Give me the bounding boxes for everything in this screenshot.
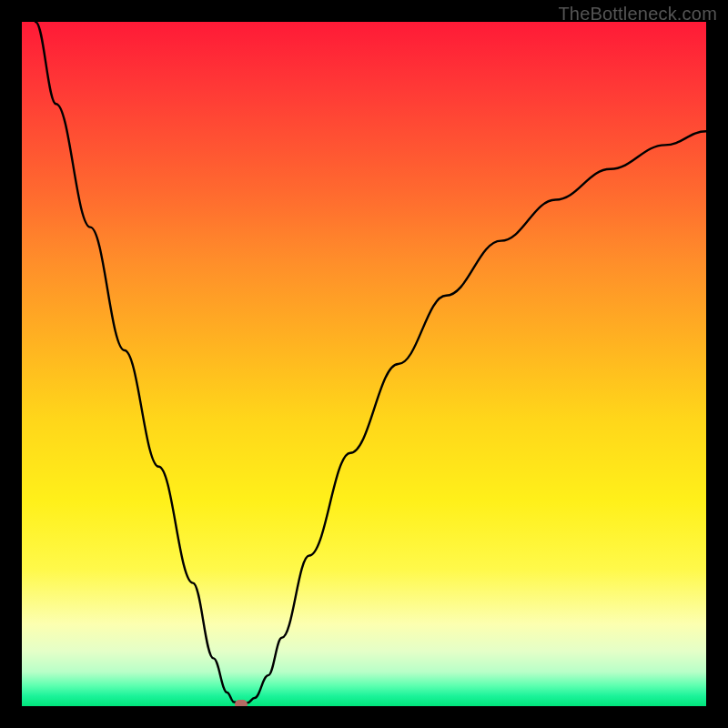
watermark-text: TheBottleneck.com bbox=[558, 4, 717, 25]
minimum-marker bbox=[235, 700, 248, 706]
plot-area bbox=[22, 22, 706, 706]
bottleneck-curve bbox=[22, 22, 706, 706]
chart-frame: TheBottleneck.com bbox=[0, 0, 728, 728]
